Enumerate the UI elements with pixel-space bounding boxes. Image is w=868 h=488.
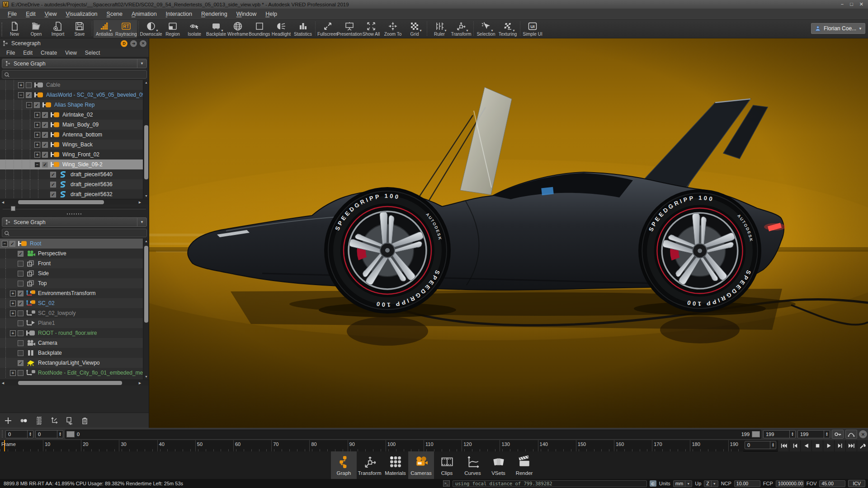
visibility-checkbox[interactable]: ✓: [42, 112, 48, 118]
toolbar-ruler-button[interactable]: ▼Ruler: [429, 20, 450, 38]
visibility-checkbox[interactable]: ✓: [50, 172, 56, 178]
set-key-button[interactable]: [832, 430, 844, 439]
expand-icon[interactable]: +: [34, 122, 40, 128]
visibility-checkbox[interactable]: [18, 370, 24, 376]
collapse-icon[interactable]: −: [26, 102, 32, 108]
toolbar-grip[interactable]: [0, 22, 3, 36]
status-field-ncp[interactable]: 10.00: [734, 480, 760, 487]
search-box-2[interactable]: [2, 229, 147, 237]
toolbar-isolate-button[interactable]: Isolate: [184, 20, 205, 38]
tree-node-cable[interactable]: +Cable: [0, 80, 149, 90]
collapse-icon[interactable]: −: [34, 162, 40, 168]
terminal-icon[interactable]: >_: [443, 480, 450, 487]
animation-button[interactable]: [34, 416, 43, 425]
expand-icon[interactable]: +: [10, 291, 16, 296]
dock-badge[interactable]: D: [121, 40, 127, 47]
toolbar-headlight-button[interactable]: Headlight: [270, 20, 292, 38]
tree-node-perspective[interactable]: ✓Perspective: [0, 249, 149, 258]
play-button[interactable]: [823, 440, 834, 451]
scenegraph-menu-create[interactable]: Create: [37, 49, 61, 56]
status-field-fcp[interactable]: 1000000.00: [776, 480, 804, 487]
scenegraph-panel-header[interactable]: Scenegraph D ➜ ✕: [0, 38, 149, 48]
collapse-icon[interactable]: −: [2, 241, 8, 247]
horizontal-scrollbar-1[interactable]: ◀ ▶: [0, 199, 149, 205]
next-frame-button[interactable]: [834, 440, 845, 451]
minimize-button[interactable]: −: [841, 1, 844, 7]
slider-handle[interactable]: [11, 206, 15, 211]
tree-node-environmentstransform[interactable]: +✓EnvironmentsTransform: [0, 288, 149, 298]
visibility-checkbox[interactable]: ✓: [42, 122, 48, 128]
visibility-checkbox[interactable]: ✓: [50, 182, 56, 188]
visibility-checkbox[interactable]: [26, 82, 32, 88]
visibility-checkbox[interactable]: ✓: [18, 291, 24, 296]
visibility-checkbox[interactable]: ✓: [18, 300, 24, 306]
module-clips[interactable]: Clips: [434, 451, 460, 479]
search-box-1[interactable]: [2, 70, 147, 79]
range-end-spinner[interactable]: 199▲▼: [763, 430, 796, 438]
toolbar-raytracing-button[interactable]: RTRaytracing: [115, 20, 137, 38]
toolbar-backplate-button[interactable]: ▼Backplate: [205, 20, 227, 38]
menu-file[interactable]: File: [4, 9, 21, 19]
status-field-fov[interactable]: 45.00: [819, 480, 845, 487]
to-end-button[interactable]: [845, 440, 857, 451]
expand-icon[interactable]: +: [18, 82, 24, 88]
toolbar-wireframe-button[interactable]: Wireframe: [227, 20, 249, 38]
close-timeline-button[interactable]: ✕: [859, 430, 867, 438]
tree-node-antenna-bottom[interactable]: +✓Antenna_bottom: [0, 130, 149, 140]
visibility-checkbox[interactable]: [18, 281, 24, 286]
search-input-2[interactable]: [11, 230, 145, 237]
toolbar-presentation-button[interactable]: Presentation: [339, 20, 360, 38]
scroll-right-arrow[interactable]: ▶: [137, 380, 143, 386]
toolbar-region-button[interactable]: Region: [162, 20, 184, 38]
scene-graph-selector-1[interactable]: Scene Graph ▼: [2, 59, 147, 68]
tree-node-aliasworld-sc-02-v05-05-beveled-09[interactable]: −✓AliasWorld - SC_02_v05_05_beveled_09: [0, 90, 149, 100]
toolbar-statistics-button[interactable]: Statistics: [292, 20, 314, 38]
prev-frame-button[interactable]: [789, 440, 800, 451]
render-viewport[interactable]: SPEEDGRIPP 100 SPEEDGRIPP 100 AUTODESK S…: [149, 38, 868, 428]
expand-icon[interactable]: +: [10, 300, 16, 306]
scenegraph-menu-select[interactable]: Select: [81, 49, 104, 56]
tree-node-root[interactable]: −✓Root: [0, 239, 149, 249]
toolbar-transform-button[interactable]: ▼Transform: [450, 20, 472, 38]
tree-node-camera[interactable]: Camera: [0, 338, 149, 348]
chevron-down-icon[interactable]: ▼: [444, 29, 447, 32]
chevron-down-icon[interactable]: ▼: [512, 29, 515, 32]
menu-help[interactable]: Help: [261, 9, 281, 19]
console-output[interactable]: using focal distance of 799.389282: [453, 480, 647, 487]
undock-panel-button[interactable]: ➜: [130, 40, 137, 47]
range-start-spinner[interactable]: 0▲▼: [5, 430, 33, 438]
tree-node-alias-shape-rep[interactable]: −✓Alias Shape Rep: [0, 100, 149, 110]
visibility-checkbox[interactable]: [18, 261, 24, 267]
scrollbar-thumb[interactable]: [144, 246, 148, 323]
tree-node-main-body-09[interactable]: +✓Main_Body_09: [0, 120, 149, 130]
tree-node-backplate[interactable]: Backplate: [0, 348, 149, 358]
scroll-down-arrow[interactable]: ▼: [143, 374, 149, 380]
timeline-grip[interactable]: [1, 430, 4, 438]
scrollbar-thumb[interactable]: [144, 125, 148, 179]
search-input-1[interactable]: [11, 71, 145, 78]
visibility-checkbox[interactable]: ✓: [42, 162, 48, 168]
tree-node-wings-back[interactable]: +✓Wings_Back: [0, 140, 149, 150]
panel-splitter[interactable]: [0, 212, 149, 216]
close-panel-button[interactable]: ✕: [140, 40, 146, 47]
animation-curve-button[interactable]: [845, 430, 857, 439]
toolbar-antialias-button[interactable]: ▼Antialias: [94, 20, 115, 38]
visibility-checkbox[interactable]: ✓: [42, 152, 48, 158]
toolbar-open-button[interactable]: Open: [25, 20, 47, 38]
toolbar-selection-button[interactable]: ▼Selection: [475, 20, 497, 38]
expand-icon[interactable]: +: [34, 112, 40, 118]
toolbar-zoom-to-button[interactable]: Zoom To: [382, 20, 404, 38]
menu-rendering[interactable]: Rendering: [197, 9, 231, 19]
menu-scene[interactable]: Scene: [103, 9, 127, 19]
visibility-checkbox[interactable]: ✓: [34, 102, 40, 108]
toolbar-save-button[interactable]: Save: [69, 20, 90, 38]
expand-icon[interactable]: +: [34, 132, 40, 138]
module-curves[interactable]: Curves: [460, 451, 486, 479]
range-handle-left[interactable]: [66, 431, 75, 437]
scroll-up-arrow[interactable]: ▲: [143, 239, 149, 244]
scenegraph-menu-file[interactable]: File: [3, 49, 19, 56]
visibility-checkbox[interactable]: ✓: [26, 92, 32, 98]
chevron-down-icon[interactable]: ▼: [466, 29, 469, 32]
toolbar-import-button[interactable]: Import: [47, 20, 69, 38]
current-frame-spinner[interactable]: 0▲▼: [745, 441, 776, 449]
